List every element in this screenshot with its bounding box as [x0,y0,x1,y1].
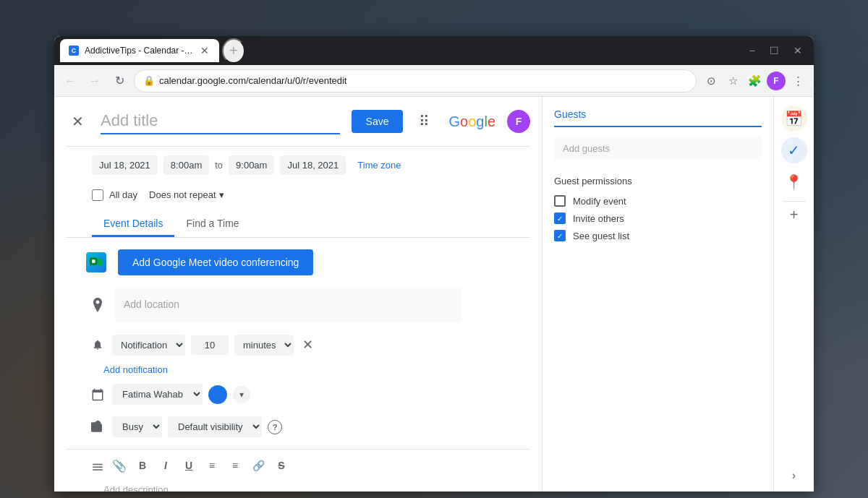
tab-bar: C AddictiveTips - Calendar - Event ✕ + [60,38,741,64]
user-avatar[interactable]: F [507,110,530,133]
description-icon [89,457,106,474]
refresh-button[interactable]: ↻ [109,71,129,91]
meet-icon [86,252,106,272]
datetime-row: Jul 18, 2021 8:00am to 9:00am Jul 18, 20… [66,147,530,184]
calendar-name-select[interactable]: Fatima Wahab [112,384,203,405]
description-input-area[interactable]: Add description [66,481,530,491]
back-button[interactable]: ← [60,71,80,91]
calendar-color-dropdown[interactable]: ▾ [233,386,250,403]
allday-label: All day [109,189,137,200]
see-guest-list-label: See guest list [573,231,629,241]
maximize-button[interactable]: ☐ [764,42,785,59]
form-main: Add Google Meet video conferencing [66,244,530,491]
notification-row: Notification minutes ✕ [66,328,530,361]
start-date-button[interactable]: Jul 18, 2021 [92,155,158,175]
end-time-button[interactable]: 9:00am [229,155,274,175]
underline-button[interactable]: U [179,455,199,476]
add-guests-input[interactable] [554,136,762,161]
notification-icon [89,336,106,353]
profile-button[interactable]: F [766,71,786,91]
location-input[interactable] [124,293,250,317]
add-notification-button[interactable]: Add notification [66,361,179,378]
bookmark-icon[interactable]: ☆ [723,71,743,91]
end-date-button[interactable]: Jul 18, 2021 [280,155,346,175]
guests-title: Guests [554,108,762,127]
allday-checkbox[interactable] [92,189,103,201]
notification-unit-select[interactable]: minutes [234,335,294,356]
page-content: ✕ Save ⠿ Google F Jul 18, 2021 8:00am to… [54,97,814,491]
calendar-icon [89,386,106,403]
cast-icon[interactable]: ⊙ [701,71,721,91]
extension-icon[interactable]: 🧩 [744,71,765,91]
strikethrough-button[interactable]: S [271,455,292,476]
tab-event-details[interactable]: Event Details [92,212,174,237]
modify-event-checkbox[interactable] [554,195,566,207]
calendar-side-icon[interactable]: 📅 [781,106,807,132]
attachment-button[interactable]: 📎 [109,455,129,476]
repeat-button[interactable]: Does not repeat ▾ [143,186,230,203]
form-body: Add Google Meet video conferencing [66,238,530,491]
maps-side-icon[interactable]: 📍 [781,169,807,195]
side-divider [783,201,806,202]
side-expand-button[interactable]: › [784,465,804,486]
form-close-button[interactable]: ✕ [66,110,89,133]
forward-button[interactable]: → [85,71,105,91]
profile-avatar: F [767,72,786,90]
modify-event-label: Modify event [573,196,626,207]
side-add-button[interactable]: + [784,205,804,225]
tab-find-time[interactable]: Find a Time [174,212,250,237]
timezone-button[interactable]: Time zone [352,155,407,175]
notification-clear-button[interactable]: ✕ [299,334,316,356]
description-toolbar: 📎 B I U ≡ ≡ 🔗 S [66,449,530,481]
minimize-button[interactable]: − [744,42,761,59]
italic-button[interactable]: I [156,455,176,476]
window-close-button[interactable]: ✕ [788,42,808,59]
status-row: Busy Default visibility ? [66,411,530,443]
bold-button[interactable]: B [132,455,153,476]
calendar-color-button[interactable] [208,385,227,404]
more-button[interactable]: ⋮ [788,71,808,91]
visibility-select[interactable]: Default visibility [168,416,262,437]
location-field[interactable] [115,287,462,322]
notification-value-input[interactable] [191,335,229,355]
time-separator: to [215,160,223,171]
browser-toolbar: ← → ↻ 🔒 calendar.google.com/calendar/u/0… [54,65,814,97]
bag-icon [89,418,106,436]
active-tab[interactable]: C AddictiveTips - Calendar - Event ✕ [60,39,219,62]
tab-close-button[interactable]: ✕ [199,45,210,56]
see-guest-list-checkbox[interactable]: ✓ [554,230,566,241]
meet-row: Add Google Meet video conferencing [66,244,530,281]
unordered-list-button[interactable]: ≡ [225,455,245,476]
ordered-list-button[interactable]: ≡ [202,455,222,476]
calendar-row: Fatima Wahab ▾ [66,378,530,411]
busy-status-select[interactable]: Busy [112,416,162,437]
location-icon [89,296,106,314]
lock-icon: 🔒 [143,75,155,86]
event-form: ✕ Save ⠿ Google F Jul 18, 2021 8:00am to… [54,97,542,491]
new-tab-button[interactable]: + [222,38,245,64]
svg-marker-1 [98,258,103,267]
location-row [66,281,530,328]
invite-others-checkbox[interactable]: ✓ [554,212,566,224]
info-icon[interactable]: ? [268,420,282,434]
notification-type-select[interactable]: Notification [112,335,185,356]
allday-row: All day Does not repeat ▾ [66,184,530,206]
tasks-side-icon[interactable]: ✓ [781,137,807,163]
google-logo: Google [448,113,495,130]
google-apps-icon[interactable]: ⠿ [414,108,434,134]
browser-titlebar: C AddictiveTips - Calendar - Event ✕ + −… [54,36,814,65]
url-text: calendar.google.com/calendar/u/0/r/event… [159,75,687,86]
address-bar[interactable]: 🔒 calendar.google.com/calendar/u/0/r/eve… [134,69,697,93]
event-title-input[interactable] [101,108,340,134]
guest-permissions-title: Guest permissions [554,176,762,186]
toolbar-icons: ⊙ ☆ 🧩 F ⋮ [701,71,808,91]
guests-panel: Guests Guest permissions Modify event ✓ … [542,97,773,491]
link-button[interactable]: 🔗 [248,455,268,476]
start-time-button[interactable]: 8:00am [163,155,209,175]
save-button[interactable]: Save [352,110,404,133]
add-meet-button[interactable]: Add Google Meet video conferencing [118,249,313,275]
repeat-label: Does not repeat [149,189,216,200]
permission-invite-others: ✓ Invite others [554,210,762,227]
browser-window: C AddictiveTips - Calendar - Event ✕ + −… [54,36,814,491]
window-controls: − ☐ ✕ [744,42,808,59]
